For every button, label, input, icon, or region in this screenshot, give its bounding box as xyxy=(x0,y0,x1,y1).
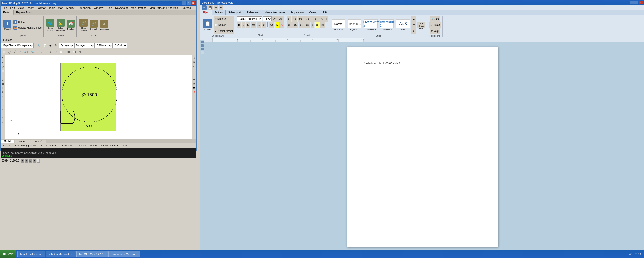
font-family-select[interactable]: Calibri (Brødtekst) xyxy=(237,16,262,21)
taskbar-item-3[interactable]: AutoCAD Map 3D 201... xyxy=(76,251,108,257)
subscript-button[interactable]: x₂ xyxy=(257,22,261,28)
italic-button[interactable]: I xyxy=(242,22,245,28)
show-marks-button[interactable]: ¶ xyxy=(324,16,328,22)
justify-button[interactable]: ≡J xyxy=(305,22,310,28)
draw-tool-13[interactable]: 🔲 xyxy=(71,49,77,55)
menu-novapoint[interactable]: Novapoint xyxy=(114,6,129,10)
left-tool-move[interactable]: ✛ xyxy=(1,86,5,90)
left-tool-fillet[interactable]: ⌒ xyxy=(1,112,5,116)
left-tool-circle[interactable]: ◯ xyxy=(1,77,5,81)
snap-btn-3[interactable]: ◫ xyxy=(29,159,32,163)
underline-button[interactable]: U xyxy=(246,22,250,28)
menu-view[interactable]: View xyxy=(16,6,25,10)
right-tool-3[interactable]: ⤡ xyxy=(192,64,196,69)
draw-tool-1[interactable]: ⬜ xyxy=(1,49,7,55)
tab-online[interactable]: Online xyxy=(1,10,14,15)
draw-tool-3[interactable]: ╱ xyxy=(13,49,17,55)
draw-tool-2[interactable]: ◯ xyxy=(7,49,12,55)
nav-item-3[interactable] xyxy=(201,48,204,50)
menu-help[interactable]: Help xyxy=(105,6,114,10)
align-left-button[interactable]: ≡L xyxy=(287,22,292,28)
tab-layout2[interactable]: Layout2 xyxy=(30,140,46,143)
right-tool-7[interactable]: ⊟ xyxy=(192,82,196,86)
styles-up-button[interactable]: ▲ xyxy=(411,16,416,22)
style-normal[interactable]: Normal ↵ Normal xyxy=(331,19,346,31)
font-shrink-button[interactable]: A↓ xyxy=(278,16,284,22)
timeline-button[interactable]: 📅 Timeline xyxy=(66,19,75,31)
superscript-button[interactable]: x² xyxy=(262,22,266,28)
right-tool-4[interactable]: + xyxy=(192,69,196,73)
taskbar-item-4[interactable]: Dokument1 - Microsoft... xyxy=(108,251,140,257)
strikethrough-button[interactable]: str xyxy=(251,22,256,28)
command-input[interactable] xyxy=(15,154,195,157)
font-size-select[interactable]: 11 xyxy=(263,16,272,21)
lineweight-select[interactable]: 0.15 mm xyxy=(95,43,113,48)
draw-tool-5[interactable]: 🔍+ xyxy=(22,49,29,55)
canvas-area[interactable]: Ø 1500 500 X Y xyxy=(5,55,192,139)
left-tool-trim[interactable]: ✂ xyxy=(1,103,5,107)
tab-model[interactable]: Model xyxy=(1,140,14,143)
left-tool-scale[interactable]: ⤡ xyxy=(1,94,5,99)
menu-modify[interactable]: Modify xyxy=(65,6,76,10)
find-button[interactable]: 🔍Søk xyxy=(430,16,440,22)
format-painter-button[interactable]: 🖌Kopier format xyxy=(214,28,234,34)
snap-btn-5[interactable]: ⬜ xyxy=(37,159,40,163)
select-button[interactable]: ◻Velg xyxy=(430,28,440,34)
share-drawing-button[interactable]: 🔗 ShareDrawing xyxy=(79,18,88,32)
get-link-button[interactable]: 🔗 Get Link xyxy=(89,19,98,31)
upload-multiple-button[interactable]: 📤 Upload Multiple Files xyxy=(13,25,42,30)
left-tool-line[interactable]: ╱ xyxy=(1,60,5,64)
sort-button[interactable]: ↕A xyxy=(318,16,324,22)
copy-button[interactable]: 📄Kopier xyxy=(214,22,234,28)
menu-map[interactable]: Map xyxy=(56,6,65,10)
draw-tool-10[interactable]: ✂ xyxy=(53,49,58,55)
center-button[interactable]: ≡C xyxy=(292,22,298,28)
word-tab-esa[interactable]: ESA xyxy=(320,10,330,15)
borders-button[interactable]: ⊞ xyxy=(320,22,325,28)
change-styles-button[interactable]: Aa Endrestiler xyxy=(417,22,425,28)
nav-item-1[interactable] xyxy=(201,41,204,43)
command-indicator[interactable]: Command xyxy=(45,144,58,147)
font-grow-button[interactable]: A↑ xyxy=(272,16,278,22)
cut-button[interactable]: ✂Klipp ut xyxy=(214,16,234,22)
layer-select[interactable]: ByLayer xyxy=(59,43,74,48)
left-tool-text[interactable]: A xyxy=(1,116,5,120)
left-tool-offset[interactable]: ⊜ xyxy=(1,107,5,111)
shading-button[interactable]: ▦ xyxy=(315,22,320,28)
minimize-button[interactable]: _ xyxy=(182,1,186,5)
menu-dimension[interactable]: Dimension xyxy=(76,6,92,10)
style-ingen[interactable]: Ingen m... Ingen m... xyxy=(347,19,363,31)
style-overskrift1[interactable]: Overskrift 1 Overskrift 1 xyxy=(363,19,379,31)
multilevel-button[interactable]: ⊞≡ xyxy=(298,16,304,22)
draw-tool-11[interactable]: 📋 xyxy=(58,49,64,55)
toolbar-icon-2[interactable]: 📊 xyxy=(42,43,48,48)
indent-decrease-button[interactable]: ←≡ xyxy=(304,16,311,22)
status-3d[interactable]: 3D xyxy=(8,144,13,147)
word-tab-visning[interactable]: Visning xyxy=(306,10,320,15)
menu-tools[interactable]: Tools xyxy=(47,6,57,10)
right-tool-9[interactable]: 📌 xyxy=(192,90,196,94)
highlight-button[interactable]: A xyxy=(275,22,279,28)
linetype-select[interactable]: ByLayer xyxy=(74,43,95,48)
left-tool-mirror[interactable]: ↔ xyxy=(1,99,5,103)
left-tool-hatch[interactable]: ▦ xyxy=(1,82,5,86)
font-color-button[interactable]: A xyxy=(279,22,284,28)
replace-button[interactable]: ↔Erstatt xyxy=(429,22,441,28)
snap-btn-2[interactable]: ⊡ xyxy=(25,159,28,163)
quick-redo[interactable]: ↪ xyxy=(219,5,223,10)
maximize-button[interactable]: □ xyxy=(187,1,191,5)
menu-window[interactable]: Window xyxy=(92,6,105,10)
quick-save[interactable]: 💾 xyxy=(207,5,213,10)
word-page[interactable]: Veiledning i bruk 00:05 side 1 xyxy=(347,47,498,247)
quick-undo[interactable]: ↩ xyxy=(214,5,218,10)
indent-increase-button[interactable]: →≡ xyxy=(311,16,318,22)
bold-button[interactable]: B xyxy=(237,22,242,28)
style-tittel[interactable]: AaB Tittel xyxy=(395,19,411,31)
draw-tool-12[interactable]: ◫ xyxy=(66,49,71,55)
word-doc-area[interactable]: Veiledning i bruk 00:05 side 1 xyxy=(200,42,644,252)
draw-tool-4[interactable]: ↩ xyxy=(17,49,22,55)
menu-insert[interactable]: Insert xyxy=(25,6,35,10)
draw-tool-8[interactable]: ↕ xyxy=(44,49,48,55)
tab-express-tools[interactable]: Express Tools xyxy=(14,10,34,15)
right-tool-6[interactable]: ⊞ xyxy=(192,77,196,81)
